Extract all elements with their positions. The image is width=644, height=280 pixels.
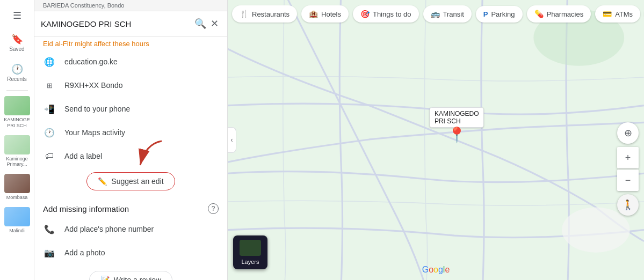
edit-pencil-icon: ✏️ [98, 177, 107, 186]
breadcrumb: BARIEDA Constituency, Bondo [34, 0, 227, 11]
transit-label: Transit [443, 10, 464, 18]
tab-atms[interactable]: 💳 ATMs [595, 5, 640, 23]
google-e: e [445, 265, 450, 274]
kaminoge-pri-thumb-img [4, 96, 30, 115]
tab-transit[interactable]: 🚌 Transit [423, 5, 472, 23]
search-bar: 🔍 ✕ [34, 11, 227, 36]
collapse-panel-button[interactable]: ‹ [228, 127, 236, 153]
location-icon: ⊕ [624, 127, 632, 139]
transit-icon: 🚌 [431, 10, 440, 18]
kaminoge-primary-thumb-img [4, 135, 30, 154]
map-controls: ⊕ + − 🚶 [617, 122, 639, 216]
search-panel: BARIEDA Constituency, Bondo 🔍 ✕ Eid al-F… [34, 0, 228, 280]
mombasa-label: Mombasa [6, 195, 28, 201]
person-button[interactable]: 🚶 [617, 194, 639, 216]
nav-malindi[interactable]: Malindi [0, 205, 34, 236]
menu-item-pluscode[interactable]: ⊞ R9XH+XX Bondo [34, 73, 227, 97]
kaminoge-primary-label: Kaminoge Primary... [2, 156, 32, 168]
restaurants-icon: 🍴 [240, 10, 249, 18]
tab-things-to-do[interactable]: 🎯 Things to do [353, 5, 419, 23]
things-to-do-label: Things to do [373, 10, 411, 18]
phone-text: Add place's phone number [64, 225, 154, 233]
menu-item-photo[interactable]: 📷 Add a photo [34, 241, 227, 264]
tab-pharmacies[interactable]: 💊 Pharmacies [527, 5, 591, 23]
kaminoge-primary-thumbnail [4, 135, 30, 154]
hotels-icon: 🏨 [309, 10, 318, 18]
layers-label: Layers [241, 259, 259, 265]
location-button[interactable]: ⊕ [617, 122, 639, 144]
tab-hotels[interactable]: 🏨 Hotels [301, 5, 349, 23]
parking-icon: P [483, 10, 488, 18]
eid-notice-text: Eid al-Fitr might affect these hours [43, 40, 149, 48]
help-icon[interactable]: ? [208, 203, 219, 214]
suggest-edit-label: Suggest an edit [111, 177, 163, 186]
search-icon: 🔍 [194, 18, 206, 29]
sidebar-nav: ☰ 🔖 Saved 🕐 Recents KAMINOGE PRI SCH Kam… [0, 0, 34, 280]
activity-text: Your Maps activity [64, 128, 125, 137]
close-button[interactable]: ✕ [208, 16, 221, 32]
tab-parking[interactable]: P Parking [476, 6, 523, 23]
malindi-thumbnail [4, 207, 30, 226]
pluscode-text: R9XH+XX Bondo [64, 81, 123, 90]
search-input[interactable] [41, 19, 192, 28]
photo-text: Add a photo [64, 248, 105, 257]
write-review-label: Write a review [114, 276, 161, 280]
activity-icon: 🕐 [43, 126, 56, 139]
map-area[interactable]: ‹ 🍴 Restaurants 🏨 Hotels 🎯 Things to do … [228, 0, 644, 280]
marker-label: KAMINOGEDOPRI SCH [430, 107, 484, 128]
menu-item-website[interactable]: 🌐 education.go.ke [34, 50, 227, 73]
things-to-do-icon: 🎯 [360, 10, 370, 18]
malindi-thumb-img [4, 207, 30, 226]
website-text: education.go.ke [64, 57, 118, 66]
malindi-label: Malindi [9, 228, 25, 234]
google-logo: Google [422, 265, 450, 275]
atms-label: ATMs [615, 10, 633, 18]
close-icon: ✕ [211, 18, 219, 29]
phone-icon: 📞 [43, 223, 56, 235]
menu-item-label[interactable]: 🏷 Add a label [34, 144, 227, 168]
recents-icon: 🕐 [11, 63, 23, 75]
tab-restaurants[interactable]: 🍴 Restaurants [232, 5, 297, 23]
send-text: Send to your phone [64, 105, 130, 113]
breadcrumb-text: BARIEDA Constituency, Bondo [43, 2, 124, 9]
plus-icon: + [625, 152, 631, 164]
map-pin-icon: 📍 [447, 128, 466, 143]
layers-thumbnail [240, 240, 261, 256]
map-marker[interactable]: KAMINOGEDOPRI SCH 📍 [430, 107, 484, 143]
layers-button[interactable]: Layers [233, 235, 267, 269]
pharmacies-label: Pharmacies [547, 10, 584, 18]
search-button[interactable]: 🔍 [192, 16, 208, 32]
nav-divider [6, 90, 28, 91]
suggest-edit-button[interactable]: ✏️ Suggest an edit [86, 172, 175, 190]
add-missing-title: Add missing information [43, 204, 129, 213]
zoom-out-button[interactable]: − [617, 170, 639, 191]
nav-mombasa[interactable]: Mombasa [0, 172, 34, 203]
menu-item-phone[interactable]: 📞 Add place's phone number [34, 217, 227, 241]
recents-label: Recents [7, 76, 27, 83]
menu-item-send[interactable]: 📲 Send to your phone [34, 97, 227, 121]
google-o2: o [433, 265, 438, 274]
eid-notice: Eid al-Fitr might affect these hours [34, 36, 227, 50]
suggest-edit-container: ✏️ Suggest an edit [34, 168, 227, 197]
write-review-button[interactable]: 📝 Write a review [89, 271, 172, 280]
pluscode-icon: ⊞ [43, 79, 56, 92]
minus-icon: − [625, 175, 631, 186]
review-icon: 📝 [100, 276, 110, 280]
google-g: G [422, 265, 429, 274]
menu-item-activity[interactable]: 🕐 Your Maps activity [34, 121, 227, 144]
google-g2: g [438, 265, 443, 274]
kaminoge-pri-thumbnail [4, 96, 30, 115]
nav-menu-button[interactable]: ☰ [0, 5, 34, 27]
nav-kaminoge-primary[interactable]: Kaminoge Primary... [0, 133, 34, 170]
mombasa-thumbnail [4, 174, 30, 193]
nav-kaminoge-pri[interactable]: KAMINOGE PRI SCH [0, 94, 34, 131]
nav-recents[interactable]: 🕐 Recents [0, 59, 34, 87]
nav-saved[interactable]: 🔖 Saved [0, 29, 34, 57]
add-missing-header: Add missing information ? [34, 197, 227, 217]
send-icon: 📲 [43, 102, 56, 115]
label-icon: 🏷 [43, 150, 56, 163]
restaurants-label: Restaurants [252, 10, 290, 18]
hotels-label: Hotels [321, 10, 341, 18]
zoom-in-button[interactable]: + [617, 147, 639, 168]
saved-label: Saved [9, 46, 24, 53]
